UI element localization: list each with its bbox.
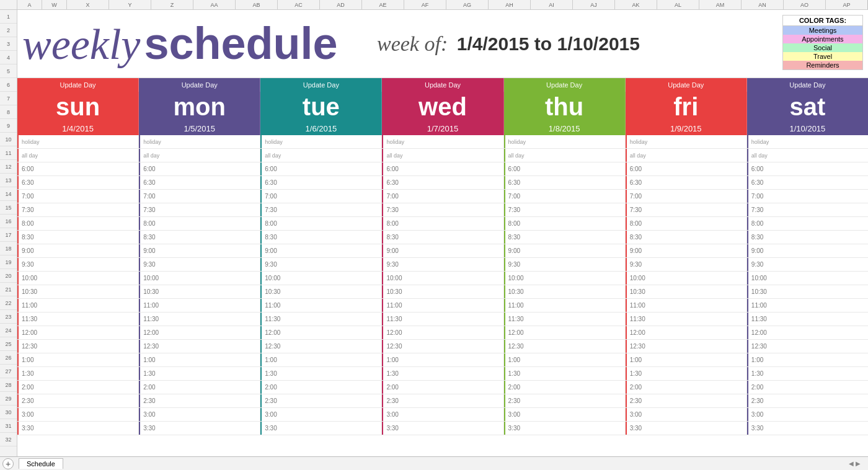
time-cell-sat-15[interactable]: 12:30 (747, 340, 868, 353)
time-cell-wed-16[interactable]: 1:00 (382, 353, 503, 366)
time-cell-thu-10[interactable]: 10:00 (504, 272, 626, 285)
time-cell-sat-21[interactable]: 3:30 (747, 422, 868, 435)
time-cell-sat-13[interactable]: 11:30 (747, 313, 868, 326)
time-cell-thu-7[interactable]: 8:30 (504, 231, 626, 244)
time-cell-sun-7[interactable]: 8:30 (17, 231, 139, 244)
time-cell-tue-10[interactable]: 10:00 (260, 272, 382, 285)
time-cell-tue-14[interactable]: 12:00 (260, 326, 382, 339)
time-cell-thu-1[interactable]: all day (504, 149, 626, 162)
time-cell-mon-10[interactable]: 10:00 (139, 272, 260, 285)
time-cell-wed-17[interactable]: 1:30 (382, 367, 503, 380)
time-cell-wed-4[interactable]: 7:00 (382, 190, 503, 203)
time-cell-fri-1[interactable]: all day (626, 149, 747, 162)
time-cell-sat-4[interactable]: 7:00 (747, 190, 868, 203)
time-cell-wed-6[interactable]: 8:00 (382, 217, 503, 230)
time-cell-mon-20[interactable]: 3:00 (139, 408, 260, 421)
time-cell-tue-4[interactable]: 7:00 (260, 190, 382, 203)
time-cell-wed-15[interactable]: 12:30 (382, 340, 503, 353)
time-cell-fri-17[interactable]: 1:30 (626, 367, 747, 380)
time-cell-sat-20[interactable]: 3:00 (747, 408, 868, 421)
time-cell-wed-1[interactable]: all day (382, 149, 503, 162)
time-cell-wed-18[interactable]: 2:00 (382, 381, 503, 394)
time-cell-sun-3[interactable]: 6:30 (17, 176, 139, 189)
time-cell-fri-19[interactable]: 2:30 (626, 394, 747, 407)
time-cell-sat-11[interactable]: 10:30 (747, 285, 868, 298)
time-cell-thu-17[interactable]: 1:30 (504, 367, 626, 380)
time-cell-wed-21[interactable]: 3:30 (382, 422, 503, 435)
time-cell-thu-18[interactable]: 2:00 (504, 381, 626, 394)
time-cell-thu-14[interactable]: 12:00 (504, 326, 626, 339)
time-cell-wed-13[interactable]: 11:30 (382, 313, 503, 326)
time-cell-wed-9[interactable]: 9:30 (382, 258, 503, 271)
time-cell-sun-20[interactable]: 3:00 (17, 408, 139, 421)
time-cell-sun-19[interactable]: 2:30 (17, 394, 139, 407)
time-cell-sat-19[interactable]: 2:30 (747, 394, 868, 407)
time-cell-fri-15[interactable]: 12:30 (626, 340, 747, 353)
time-cell-tue-7[interactable]: 8:30 (260, 231, 382, 244)
time-cell-tue-12[interactable]: 11:00 (260, 299, 382, 312)
time-cell-thu-16[interactable]: 1:00 (504, 353, 626, 366)
time-cell-mon-19[interactable]: 2:30 (139, 394, 260, 407)
time-cell-wed-0[interactable]: holiday (382, 135, 503, 148)
time-cell-fri-7[interactable]: 8:30 (626, 231, 747, 244)
time-cell-wed-2[interactable]: 6:00 (382, 162, 503, 175)
time-cell-sun-6[interactable]: 8:00 (17, 217, 139, 230)
time-cell-thu-11[interactable]: 10:30 (504, 285, 626, 298)
time-cell-tue-11[interactable]: 10:30 (260, 285, 382, 298)
time-cell-tue-3[interactable]: 6:30 (260, 176, 382, 189)
time-cell-wed-10[interactable]: 10:00 (382, 272, 503, 285)
time-cell-sun-5[interactable]: 7:30 (17, 203, 139, 216)
time-cell-sun-15[interactable]: 12:30 (17, 340, 139, 353)
time-cell-sun-0[interactable]: holiday (17, 135, 139, 148)
update-day-mon[interactable]: Update Day (139, 78, 260, 92)
time-cell-mon-1[interactable]: all day (139, 149, 260, 162)
time-cell-mon-15[interactable]: 12:30 (139, 340, 260, 353)
time-cell-sat-10[interactable]: 10:00 (747, 272, 868, 285)
time-cell-fri-14[interactable]: 12:00 (626, 326, 747, 339)
time-cell-fri-8[interactable]: 9:00 (626, 244, 747, 257)
time-cell-fri-6[interactable]: 8:00 (626, 217, 747, 230)
time-cell-mon-2[interactable]: 6:00 (139, 162, 260, 175)
time-cell-tue-2[interactable]: 6:00 (260, 162, 382, 175)
time-cell-mon-21[interactable]: 3:30 (139, 422, 260, 435)
time-cell-mon-5[interactable]: 7:30 (139, 203, 260, 216)
time-cell-mon-6[interactable]: 8:00 (139, 217, 260, 230)
time-cell-sat-7[interactable]: 8:30 (747, 231, 868, 244)
time-cell-wed-20[interactable]: 3:00 (382, 408, 503, 421)
time-cell-fri-11[interactable]: 10:30 (626, 285, 747, 298)
time-cell-mon-3[interactable]: 6:30 (139, 176, 260, 189)
time-cell-thu-4[interactable]: 7:00 (504, 190, 626, 203)
time-cell-sat-16[interactable]: 1:00 (747, 353, 868, 366)
time-cell-wed-3[interactable]: 6:30 (382, 176, 503, 189)
time-cell-sat-18[interactable]: 2:00 (747, 381, 868, 394)
time-cell-thu-2[interactable]: 6:00 (504, 162, 626, 175)
time-cell-tue-9[interactable]: 9:30 (260, 258, 382, 271)
time-cell-mon-0[interactable]: holiday (139, 135, 260, 148)
time-cell-mon-11[interactable]: 10:30 (139, 285, 260, 298)
time-cell-fri-2[interactable]: 6:00 (626, 162, 747, 175)
time-cell-thu-5[interactable]: 7:30 (504, 203, 626, 216)
update-day-tue[interactable]: Update Day (260, 78, 382, 92)
time-cell-sat-6[interactable]: 8:00 (747, 217, 868, 230)
time-cell-tue-17[interactable]: 1:30 (260, 367, 382, 380)
time-cell-wed-8[interactable]: 9:00 (382, 244, 503, 257)
time-cell-sat-9[interactable]: 9:30 (747, 258, 868, 271)
time-cell-sun-9[interactable]: 9:30 (17, 258, 139, 271)
time-cell-wed-19[interactable]: 2:30 (382, 394, 503, 407)
time-cell-tue-1[interactable]: all day (260, 149, 382, 162)
time-cell-mon-14[interactable]: 12:00 (139, 326, 260, 339)
time-cell-wed-12[interactable]: 11:00 (382, 299, 503, 312)
time-cell-mon-4[interactable]: 7:00 (139, 190, 260, 203)
time-cell-fri-12[interactable]: 11:00 (626, 299, 747, 312)
time-cell-fri-21[interactable]: 3:30 (626, 422, 747, 435)
time-cell-sun-12[interactable]: 11:00 (17, 299, 139, 312)
time-cell-fri-0[interactable]: holiday (626, 135, 747, 148)
time-cell-mon-8[interactable]: 9:00 (139, 244, 260, 257)
time-cell-sat-1[interactable]: all day (747, 149, 868, 162)
time-cell-sun-1[interactable]: all day (17, 149, 139, 162)
time-cell-tue-8[interactable]: 9:00 (260, 244, 382, 257)
sheet-tab-schedule[interactable]: Schedule (19, 458, 63, 469)
time-cell-wed-5[interactable]: 7:30 (382, 203, 503, 216)
time-cell-sat-8[interactable]: 9:00 (747, 244, 868, 257)
time-cell-wed-7[interactable]: 8:30 (382, 231, 503, 244)
